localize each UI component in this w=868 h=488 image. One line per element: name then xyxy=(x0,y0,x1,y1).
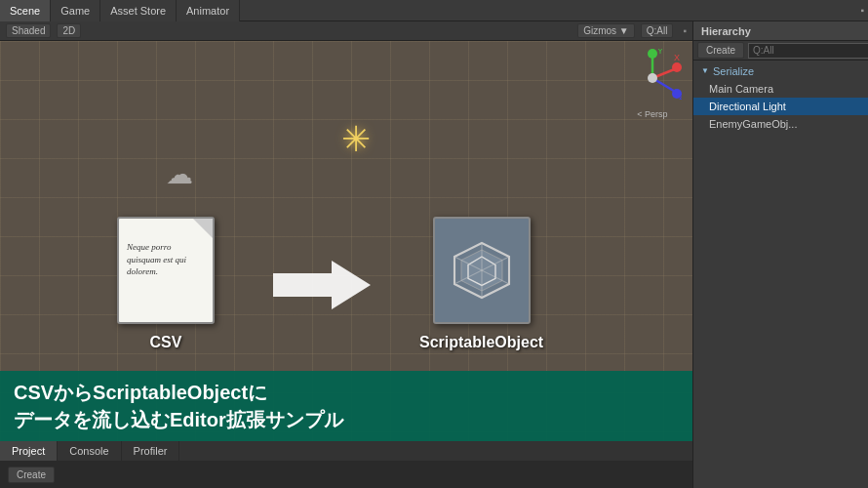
hierarchy-panel: Hierarchy Create Serialize Main Camera D… xyxy=(692,21,868,488)
search-all-btn[interactable]: Q:All xyxy=(641,23,674,38)
hierarchy-toolbar: Create xyxy=(693,41,868,61)
scene-area: Shaded 2D Gizmos ▼ Q:All ▪ ✳ ☁ Neque por… xyxy=(0,21,692,488)
csv-icon: Neque porro quisquam est qui dolorem. xyxy=(117,217,215,324)
tab-profiler[interactable]: Profiler xyxy=(122,441,180,461)
bottom-tab-bar: Project Console Profiler xyxy=(0,441,692,461)
create-button[interactable]: Create xyxy=(8,467,55,483)
bottom-tabs-bar: Project Console Profiler Create xyxy=(0,441,692,488)
caption-line2: データを流し込むEditor拡張サンプル xyxy=(14,409,343,430)
tab-scene[interactable]: Scene xyxy=(0,0,51,21)
gizmo-box: X Y Z xyxy=(623,49,682,107)
top-bar: Scene Game Asset Store Animator ▪ xyxy=(0,0,868,21)
tab-console[interactable]: Console xyxy=(58,441,121,461)
shading-dropdown[interactable]: Shaded xyxy=(6,23,51,38)
caption-bar: CSVからScriptableObjectに データを流し込むEditor拡張サ… xyxy=(0,371,692,441)
scriptable-label: ScriptableObject xyxy=(419,334,543,351)
sun-icon: ✳ xyxy=(341,119,371,160)
svg-point-16 xyxy=(648,73,657,83)
gizmos-btn[interactable]: Gizmos ▼ xyxy=(577,23,635,38)
hierarchy-scene-section[interactable]: Serialize xyxy=(693,62,868,80)
svg-text:X: X xyxy=(674,53,680,62)
hierarchy-title: Hierarchy xyxy=(693,21,868,41)
svg-text:Z: Z xyxy=(679,92,682,102)
hierarchy-create-btn[interactable]: Create xyxy=(697,42,744,59)
gizmo-area[interactable]: X Y Z < Persp xyxy=(618,49,687,117)
hierarchy-item-directional-light[interactable]: Directional Light xyxy=(693,98,868,115)
svg-marker-0 xyxy=(273,261,371,309)
scene-toolbar: Shaded 2D Gizmos ▼ Q:All ▪ xyxy=(0,21,692,41)
csv-icon-text: Neque porro quisquam est qui dolorem. xyxy=(127,241,205,278)
gizmo-axes-icon: X Y Z xyxy=(623,49,682,107)
caption-line1: CSVからScriptableObjectに xyxy=(14,382,267,403)
cloud-icon: ☁ xyxy=(166,158,193,190)
tab-asset-store[interactable]: Asset Store xyxy=(100,0,177,21)
hierarchy-items: Serialize Main Camera Directional Light … xyxy=(693,61,868,488)
svg-text:Y: Y xyxy=(657,49,663,56)
hierarchy-item-enemy-game-obj[interactable]: EnemyGameObj... xyxy=(693,115,868,133)
tab-animator[interactable]: Animator xyxy=(177,0,240,21)
caption-text: CSVからScriptableObjectに データを流し込むEditor拡張サ… xyxy=(14,379,679,433)
hierarchy-search-input[interactable] xyxy=(748,43,868,59)
main-layout: Shaded 2D Gizmos ▼ Q:All ▪ ✳ ☁ Neque por… xyxy=(0,21,868,488)
mode-btn[interactable]: 2D xyxy=(57,23,81,38)
csv-label: CSV xyxy=(150,334,182,351)
scriptable-icon xyxy=(433,217,531,324)
svg-point-11 xyxy=(648,49,657,59)
svg-point-8 xyxy=(672,62,682,72)
arrow-icon xyxy=(273,256,371,314)
arrow-container xyxy=(273,256,371,318)
unity-logo-icon xyxy=(448,236,516,305)
csv-container: Neque porro quisquam est qui dolorem. CS… xyxy=(117,217,215,351)
scene-viewport[interactable]: ✳ ☁ Neque porro quisquam est qui dolorem… xyxy=(0,41,692,488)
hierarchy-item-main-camera[interactable]: Main Camera xyxy=(693,80,868,98)
scriptable-container: ScriptableObject xyxy=(419,217,543,351)
tab-game[interactable]: Game xyxy=(51,0,100,21)
persp-label: < Persp xyxy=(618,109,687,119)
tab-project[interactable]: Project xyxy=(0,441,58,461)
bottom-content: Create xyxy=(0,461,692,488)
